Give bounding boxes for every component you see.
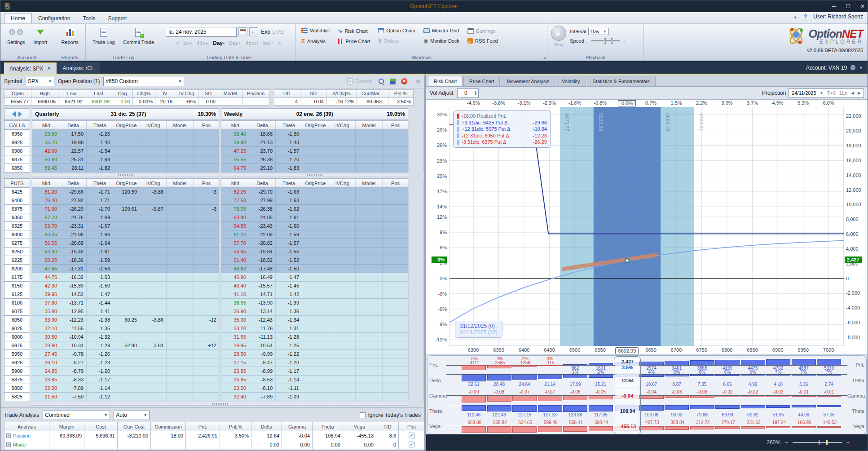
zoom-slider[interactable] <box>793 442 842 443</box>
chain-column-header[interactable]: Model <box>356 179 383 187</box>
strike-cell[interactable]: 5850 <box>4 384 30 393</box>
close-tab-icon[interactable]: ✕ <box>47 66 51 71</box>
strike-cell[interactable]: 5950 <box>4 350 30 358</box>
strike-cell[interactable]: 6000 <box>4 333 30 341</box>
chain-row[interactable]: 32.10-11.55-1.35 <box>32 324 219 333</box>
chain-row[interactable]: 42.6022.57-1.54 <box>32 147 219 155</box>
vol-adjust-spinner[interactable]: 0 ▲▼ <box>457 88 479 98</box>
monitor-dock-button[interactable]: ◉Monitor Dock <box>422 37 461 45</box>
remove-icon[interactable]: ✕ <box>401 78 407 84</box>
chain-row[interactable]: 47.45-17.31-1.56 <box>32 265 219 273</box>
hscrollbar[interactable] <box>32 173 219 177</box>
chain-row[interactable]: 33.90-12.23-1.3860.25-3.86-12 <box>32 316 219 324</box>
trade-row-label[interactable]: +Model <box>4 440 49 449</box>
step-day-minus[interactable]: Day- <box>213 40 225 46</box>
chain-row[interactable]: 71.90-26.29-1.70109.61-3.87-3 <box>32 205 219 213</box>
strike-cell[interactable]: 6350 <box>4 213 30 222</box>
chain-row[interactable]: 26.10-9.27-1.23 <box>32 358 219 367</box>
chain-row[interactable]: 22.40-7.69-1.09 <box>221 393 408 401</box>
account-caret-icon[interactable]: ▼ <box>859 66 863 70</box>
watchlist-button[interactable]: Watchlist <box>300 27 331 34</box>
maximize-icon[interactable]: ☐ <box>846 3 850 9</box>
strike-cell[interactable]: 6025 <box>4 324 30 333</box>
menu-support[interactable]: Support <box>101 13 133 23</box>
chain-column-header[interactable]: Theta <box>87 121 113 129</box>
chain-row[interactable]: 21.50-7.50-1.12 <box>32 393 219 401</box>
trading-date-input[interactable] <box>166 27 237 37</box>
prev-expiry-icon[interactable] <box>9 111 16 117</box>
play-button[interactable]: ▶ <box>551 26 566 41</box>
symbol-select[interactable]: SPX▼ <box>26 77 54 86</box>
chain-row[interactable]: 44.75-16.32-1.53 <box>32 273 219 282</box>
menu-home[interactable]: Home <box>4 13 32 23</box>
chain-row[interactable]: 23.65-8.33-1.17 <box>32 376 219 384</box>
chain-row[interactable]: 47.2523.70-1.57 <box>221 147 408 155</box>
option-chain-button[interactable]: Option Chain <box>376 27 417 34</box>
menu-configuration[interactable]: Configuration <box>32 13 76 23</box>
strike-cell[interactable]: 6375 <box>4 205 30 213</box>
chain-row[interactable]: 23.50-8.10-1.11 <box>221 384 408 393</box>
risk-chart-button[interactable]: ∿Risk Chart <box>336 27 372 35</box>
chain-row[interactable]: 36.90-13.14-1.36 <box>221 307 408 316</box>
strike-cell[interactable]: 5825 <box>4 393 30 401</box>
chain-row[interactable]: 38.95-13.90-1.39 <box>221 299 408 307</box>
tab-price-chart[interactable]: Price Chart <box>463 76 500 86</box>
quarterly-header[interactable]: Quarterly 31 dic. 25 (37) 19.30% <box>32 108 219 120</box>
step-45m-plus[interactable]: 45m+ <box>245 40 259 46</box>
chain-row[interactable]: 55.5526.38-1.70 <box>221 155 408 164</box>
chain-row[interactable]: 56.55-20.68-1.64 <box>32 239 219 248</box>
time-step-icon[interactable]: ⊢ <box>249 27 258 36</box>
chain-column-header[interactable]: Pos <box>383 179 409 187</box>
live-label[interactable]: LIVE <box>272 29 284 35</box>
chain-row[interactable]: 35.80-12.95-1.41 <box>32 307 219 316</box>
chain-column-header[interactable]: Delta <box>249 121 276 129</box>
tab-statistics-fundamentals[interactable]: Statistics & Fundamentals <box>587 76 656 86</box>
chain-column-header[interactable]: IVChg <box>140 179 167 187</box>
chain-row[interactable]: 35.00-12.43-1.34 <box>221 316 408 324</box>
hscrollbar[interactable] <box>32 402 408 406</box>
proj-left-icon[interactable]: ◀ <box>851 91 854 95</box>
next-expiry-icon[interactable] <box>18 111 25 117</box>
trade-row-label[interactable]: +Position <box>4 431 49 440</box>
chain-column-header[interactable]: IVChg <box>329 121 356 129</box>
step-45m-minus[interactable]: 45m- <box>197 40 209 46</box>
strike-cell[interactable]: 6400 <box>4 196 30 205</box>
chain-column-header[interactable]: Delta <box>249 179 276 187</box>
strike-cell[interactable]: 6325 <box>4 222 30 230</box>
strategy-select[interactable]: #650 Custom▼ <box>103 77 184 86</box>
chain-row[interactable]: 39.95-14.52-1.47 <box>32 290 219 299</box>
rss-feed-button[interactable]: RSS Feed <box>466 37 500 44</box>
chain-row[interactable]: 54.45-19.64-1.55 <box>221 248 408 256</box>
collapse-ribbon-icon[interactable]: ▲ <box>793 14 798 19</box>
strike-cell[interactable]: 6250 <box>4 248 30 256</box>
chain-column-header[interactable]: Pos <box>194 179 220 187</box>
chain-column-header[interactable]: Pos <box>194 121 220 129</box>
strike-cell[interactable]: 6100 <box>4 299 30 307</box>
chain-column-header[interactable]: Mid <box>32 179 60 187</box>
strike-cell[interactable]: 6075 <box>4 307 30 316</box>
chain-row[interactable]: 64.7529.10-1.83 <box>221 164 408 172</box>
interval-select[interactable]: Day▼ <box>588 28 608 35</box>
calendar-icon[interactable] <box>238 27 247 36</box>
strike-cell[interactable]: 5975 <box>4 341 30 350</box>
chain-row[interactable]: 22.50-7.89-1.14 <box>32 384 219 393</box>
zoom-in-icon[interactable]: + <box>846 439 850 446</box>
strike-cell[interactable]: 6900 <box>4 147 30 155</box>
chain-column-header[interactable]: Mid <box>221 121 249 129</box>
chain-column-header[interactable]: OrigPrice <box>302 121 329 129</box>
chain-column-header[interactable]: Delta <box>60 179 87 187</box>
chain-row[interactable]: 76.40-27.92-1.71 <box>32 196 219 205</box>
chain-row[interactable]: 81.20-29.66-1.71120.59-3.88+3 <box>32 188 219 196</box>
chain-row[interactable]: 63.70-23.31-1.67 <box>32 222 219 230</box>
chain-row[interactable]: 50.6025.31-1.68 <box>32 155 219 164</box>
chain-row[interactable]: 41.10-14.71-1.42 <box>221 290 408 299</box>
reports-button[interactable]: Reports <box>58 26 82 46</box>
chain-column-header[interactable]: Theta <box>87 179 113 187</box>
chain-row[interactable]: 61.20-22.09-1.59 <box>221 230 408 239</box>
chain-row[interactable]: 29.6017.50-1.26 <box>32 130 219 138</box>
chain-row[interactable]: 33.20-11.76-1.31 <box>221 324 408 333</box>
help-icon[interactable]: ? <box>804 13 807 20</box>
plot-checkbox[interactable]: ✓ <box>409 433 414 438</box>
expand-icon[interactable]: + <box>6 433 11 438</box>
monitor-grid-button[interactable]: Monitor Grid <box>422 27 461 34</box>
